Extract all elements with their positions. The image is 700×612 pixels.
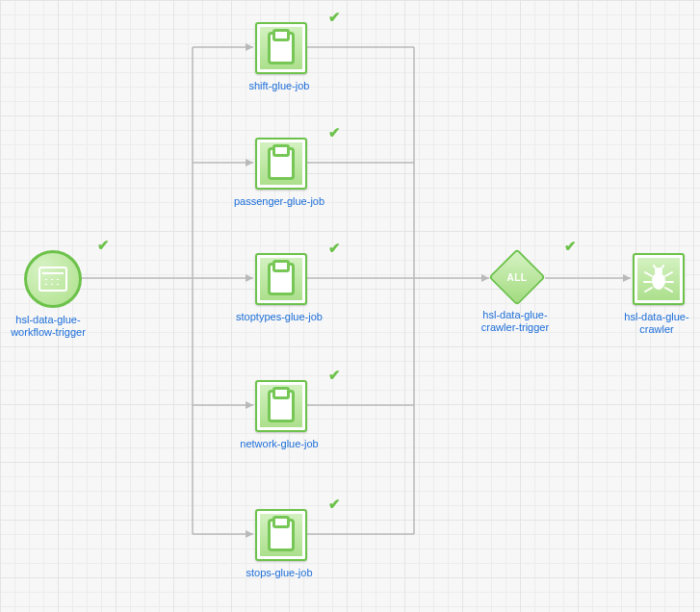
- status-check-icon: ✔: [564, 238, 577, 255]
- diamond-text: ALL: [507, 271, 528, 282]
- status-check-icon: ✔: [328, 240, 341, 257]
- status-check-icon: ✔: [97, 237, 110, 254]
- node-crawler[interactable]: ✔ hsl-data-glue-crawler: [633, 253, 700, 336]
- crawler-icon: [633, 253, 685, 305]
- node-label: shift-glue-job: [231, 80, 327, 92]
- node-label: stops-glue-job: [231, 567, 327, 579]
- node-workflow-trigger[interactable]: ✔ hsl-data-glue-workflow-trigger: [24, 250, 96, 339]
- svg-marker-2: [246, 274, 253, 282]
- svg-marker-1: [246, 159, 253, 166]
- node-label: hsl-data-glue-workflow-trigger: [0, 314, 96, 339]
- node-crawler-trigger[interactable]: ALL ✔ hsl-data-glue-crawler-trigger: [491, 251, 563, 334]
- conditional-trigger-icon: ALL: [488, 248, 545, 305]
- node-label: hsl-data-glue-crawler: [613, 311, 700, 336]
- node-job-passenger[interactable]: ✔ passenger-glue-job: [255, 138, 327, 208]
- status-check-icon: ✔: [328, 367, 341, 384]
- status-check-icon: ✔: [328, 9, 341, 26]
- svg-marker-3: [246, 401, 253, 409]
- job-icon: [255, 509, 307, 561]
- node-label: passenger-glue-job: [231, 195, 327, 208]
- svg-marker-5: [481, 274, 489, 282]
- workflow-canvas[interactable]: ✔ hsl-data-glue-workflow-trigger ✔ shift…: [0, 0, 700, 612]
- node-job-stoptypes[interactable]: ✔ stoptypes-glue-job: [255, 253, 327, 323]
- schedule-trigger-icon: [24, 250, 82, 308]
- connector-layer: [0, 0, 700, 612]
- job-icon: [255, 22, 307, 74]
- svg-marker-6: [623, 274, 631, 282]
- node-label: network-glue-job: [231, 438, 327, 450]
- node-label: hsl-data-glue-crawler-trigger: [467, 309, 563, 334]
- svg-marker-4: [246, 530, 253, 538]
- status-check-icon: ✔: [328, 496, 341, 513]
- node-job-shift[interactable]: ✔ shift-glue-job: [255, 22, 327, 92]
- svg-marker-0: [246, 43, 253, 51]
- node-job-stops[interactable]: ✔ stops-glue-job: [255, 509, 327, 579]
- node-job-network[interactable]: ✔ network-glue-job: [255, 380, 327, 450]
- job-icon: [255, 253, 307, 305]
- node-label: stoptypes-glue-job: [231, 311, 327, 323]
- job-icon: [255, 138, 307, 190]
- status-check-icon: ✔: [328, 124, 341, 141]
- job-icon: [255, 380, 307, 432]
